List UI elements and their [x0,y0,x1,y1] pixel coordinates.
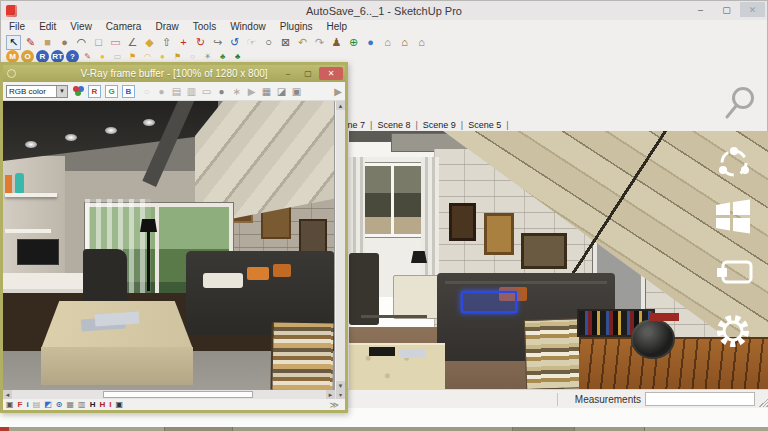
mono-view-icon[interactable]: ○ [140,85,153,98]
select-arrow-icon[interactable]: ↖ [6,35,21,50]
red-book [649,313,679,321]
position-camera-icon[interactable]: ⊕ [346,35,361,50]
vfb-compare-icon[interactable]: ◩ [44,401,52,409]
rgb-trefoil-icon[interactable] [73,86,79,92]
close-button[interactable]: ✕ [740,2,765,17]
vfb-vertical-scrollbar[interactable]: ▲ ▼ [336,101,345,390]
render-ottoman-front [41,347,193,385]
menu-item[interactable]: Camera [106,21,142,32]
share-models-icon[interactable]: ⌂ [397,35,412,50]
save-image-icon[interactable]: ▤ [170,85,183,98]
share-component-icon[interactable]: ⌂ [414,35,429,50]
share-charm-icon[interactable] [713,144,755,182]
previous-view-icon[interactable]: ↶ [295,35,310,50]
hscroll-thumb[interactable] [103,391,253,398]
red-channel-button[interactable]: R [88,85,101,98]
vfb-minimize-button[interactable]: – [279,68,297,80]
rotate-tool-icon[interactable]: ↻ [193,35,208,50]
dropdown-arrow-icon[interactable]: ▼ [56,86,67,97]
exposure-icon[interactable]: ◪ [275,85,288,98]
orbit-tool-icon[interactable]: ↺ [227,35,242,50]
track-mouse-icon[interactable]: ∗ [230,85,243,98]
zoom-extents-icon[interactable]: ⊠ [278,35,293,50]
vfb-render-button[interactable]: ▶ [334,86,342,97]
scroll-right-icon[interactable]: ► [326,390,335,399]
eraser-icon[interactable]: ▭ [108,35,123,50]
render-last-icon[interactable]: ● [215,85,228,98]
vfb-close-button[interactable]: ✕ [319,67,343,80]
search-charm-icon[interactable] [723,85,759,121]
arc-tool-icon[interactable]: ◠ [74,35,89,50]
next-view-icon[interactable]: ↷ [312,35,327,50]
minimize-button[interactable]: – [688,2,713,17]
menu-item[interactable]: Draw [155,21,178,32]
paint-bucket-icon[interactable]: ◆ [142,35,157,50]
vfb-title-bar[interactable]: V-Ray frame buffer - [100% of 1280 x 800… [3,65,345,82]
menu-item[interactable]: Edit [39,21,56,32]
get-models-icon[interactable]: ⌂ [380,35,395,50]
vfb-region-icon[interactable]: ⊙ [56,401,63,409]
google-earth-icon[interactable]: ● [363,35,378,50]
menu-item[interactable]: View [70,21,92,32]
scroll-down-icon[interactable]: ▼ [336,381,345,390]
vfb-i-red-icon[interactable]: I [109,401,111,409]
render-frame [299,219,327,255]
vfb-info-icon[interactable]: i [26,401,28,409]
ottoman-book [369,347,395,356]
render-window-mullion [155,203,159,305]
zoom-tool-icon[interactable]: ○ [261,35,276,50]
tab-scene-9: Scene 9 [418,120,461,130]
resize-grip[interactable] [758,397,768,407]
render-lamp-shade [140,219,157,232]
channel-dropdown[interactable]: RGB color ▼ [6,85,68,98]
vfb-expand-chevron-icon[interactable]: ≫ [330,400,339,410]
correction-curve-icon[interactable]: ▦ [260,85,273,98]
vfb-dock-icon[interactable]: ▣ [6,401,14,409]
vfb-h1-icon[interactable]: H [90,401,96,409]
settings-charm-icon[interactable] [713,311,753,351]
rectangle-tool-icon[interactable]: ■ [40,35,55,50]
pan-tool-icon[interactable]: ☞ [244,35,259,50]
measurements-input[interactable] [645,392,755,406]
taskbar-app-red[interactable] [0,427,9,431]
maximize-button[interactable]: ▢ [714,2,739,17]
circle-tool-icon[interactable]: ● [57,35,72,50]
push-pull-icon[interactable]: ⇧ [159,35,174,50]
vfb-maximize-button[interactable]: ▢ [299,68,317,80]
vfb-flip-v-icon[interactable]: ▥ [78,401,86,409]
tab-scene-8[interactable]: Scene 8| [372,120,417,130]
scroll-corner-icon[interactable]: ▾ [336,390,345,399]
green-channel-button[interactable]: G [105,85,118,98]
region-render-icon[interactable]: ▶ [245,85,258,98]
pixel-info-icon[interactable]: ▣ [290,85,303,98]
vfb-horizontal-scrollbar[interactable]: ◄ ► ▾ [3,390,345,399]
make-component-icon[interactable]: □ [91,35,106,50]
line-pencil-icon[interactable]: ✎ [23,35,38,50]
menu-item[interactable]: Tools [193,21,216,32]
clear-image-icon[interactable]: ▭ [200,85,213,98]
menu-item[interactable]: Window [230,21,266,32]
tape-measure-icon[interactable]: ∠ [125,35,140,50]
title-bar[interactable]: AutoSave_6.._1 - SketchUp Pro – ▢ ✕ [1,1,767,20]
menu-item[interactable]: Help [327,21,348,32]
walk-tool-icon[interactable]: ♟ [329,35,344,50]
scroll-up-icon[interactable]: ▲ [336,101,345,110]
vfb-h2-icon[interactable]: H [99,401,105,409]
color-sphere-icon[interactable]: ● [155,85,168,98]
menu-item[interactable]: Plugins [280,21,313,32]
taskbar-sliver[interactable] [0,427,768,431]
vfb-histogram-icon[interactable]: F [18,401,23,409]
tab-scene-9[interactable]: Scene 9| [418,120,463,130]
move-tool-icon[interactable]: + [176,35,191,50]
offset-tool-icon[interactable]: ↪ [210,35,225,50]
windows-start-charm-icon[interactable] [713,199,753,235]
vfb-flip-h-icon[interactable]: ▦ [67,401,75,409]
menu-item[interactable]: File [9,21,25,32]
vfb-stamp-icon[interactable]: ▤ [33,401,41,409]
copy-to-host-icon[interactable]: ▥ [185,85,198,98]
blue-channel-button[interactable]: B [122,85,135,98]
scroll-left-icon[interactable]: ◄ [3,390,12,399]
tab-scene-5[interactable]: Scene 5| [463,120,508,130]
devices-charm-icon[interactable] [713,257,755,289]
vfb-swap-icon[interactable]: ▣ [115,401,123,409]
